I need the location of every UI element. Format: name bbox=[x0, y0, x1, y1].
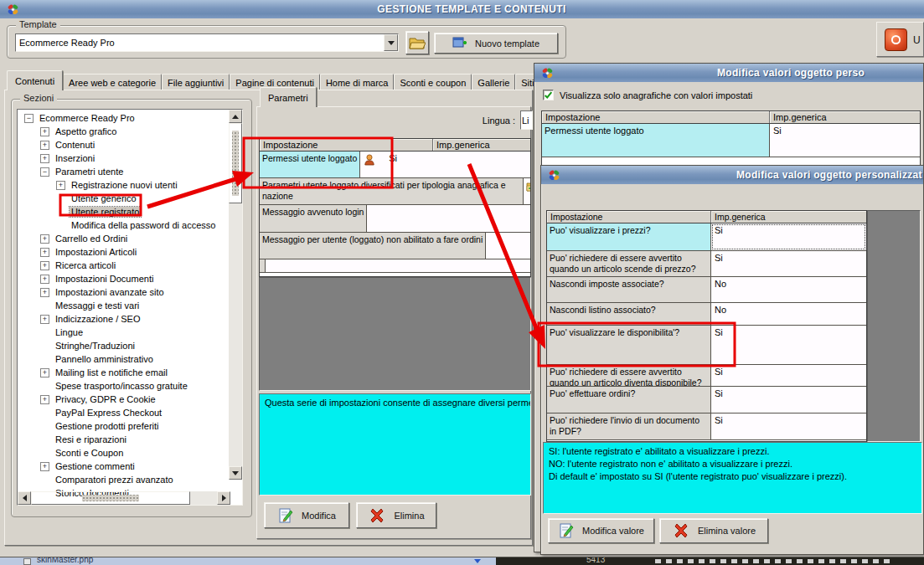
tab-label: Home di marca bbox=[326, 78, 389, 88]
lingua-combobox[interactable]: Li bbox=[520, 110, 533, 130]
exit-button[interactable] bbox=[885, 28, 907, 51]
tree-expander-icon[interactable]: + bbox=[40, 368, 49, 378]
tree-expander-icon[interactable]: + bbox=[40, 315, 49, 324]
vscroll-track[interactable] bbox=[229, 203, 242, 466]
combo-dropdown-button[interactable] bbox=[384, 34, 398, 51]
permission-value: Si bbox=[711, 413, 866, 439]
hscroll-track[interactable] bbox=[190, 491, 217, 505]
permission-row[interactable]: Puo' richiedere di essere avvertito quan… bbox=[547, 365, 866, 387]
template-combobox[interactable]: Ecommerce Ready Pro bbox=[15, 33, 399, 52]
tree-vscrollbar[interactable] bbox=[229, 110, 242, 493]
scroll-up-button[interactable] bbox=[229, 110, 242, 123]
scroll-left-button[interactable] bbox=[18, 491, 31, 505]
tree-item[interactable]: Comparatori prezzi avanzato bbox=[18, 473, 242, 486]
permission-row[interactable]: Nascondi listino associato? No bbox=[547, 303, 866, 326]
tree-item[interactable]: Resi e riparazioni bbox=[18, 433, 242, 446]
tree-item[interactable]: Modifica della password di accesso bbox=[18, 218, 242, 232]
tab-parametri[interactable]: Parametri bbox=[260, 87, 317, 107]
tree-item[interactable]: Messaggi e testi vari bbox=[18, 299, 242, 312]
permission-row[interactable]: Puo' effettuare ordini? Si bbox=[547, 387, 866, 413]
tree-item[interactable]: Pannello amministrativo bbox=[18, 352, 242, 366]
permission-row[interactable]: Permessi utente loggato Si bbox=[542, 124, 920, 157]
tree-item[interactable]: + Registrazione nuovi utenti bbox=[18, 178, 242, 192]
elimina-button[interactable]: Elimina bbox=[356, 502, 436, 528]
exit-label: U bbox=[913, 34, 921, 46]
tab-gallerie[interactable]: Gallerie bbox=[472, 74, 515, 90]
tree-expander-icon[interactable]: + bbox=[40, 288, 49, 297]
new-template-icon bbox=[452, 37, 467, 50]
parameter-row[interactable]: Parametri utente loggato diversificati p… bbox=[260, 178, 530, 205]
tree-expander-icon[interactable]: + bbox=[56, 181, 65, 190]
tab-file-aggiuntivi[interactable]: File aggiuntivi bbox=[162, 74, 230, 90]
permission-row[interactable]: Nascondi imposte associate? No bbox=[547, 277, 866, 303]
tree-item[interactable]: Utente generico bbox=[18, 192, 242, 205]
tree-hscrollbar[interactable] bbox=[18, 491, 230, 505]
tree-expander-icon[interactable]: + bbox=[40, 141, 49, 150]
col-header-impostazione: Impostazione bbox=[260, 139, 433, 151]
tab-contenuti[interactable]: Contenuti bbox=[7, 70, 63, 90]
tree-item[interactable]: + Contenuti bbox=[18, 138, 242, 152]
tree-expander-icon[interactable]: + bbox=[40, 275, 49, 284]
tree-item[interactable]: + Indicizzazione / SEO bbox=[18, 312, 242, 326]
hscroll-thumb[interactable] bbox=[31, 491, 190, 505]
vscroll-thumb[interactable] bbox=[229, 123, 242, 203]
tree-expander-icon[interactable]: + bbox=[40, 462, 49, 471]
modifica-valore-button[interactable]: Modifica valore bbox=[548, 518, 654, 543]
tree-item-label: Indicizzazione / SEO bbox=[54, 314, 142, 324]
parameter-row[interactable]: Messaggio avvenuto login bbox=[260, 205, 530, 233]
tree-expander-icon[interactable]: + bbox=[40, 395, 49, 404]
tree-item[interactable]: + Impostazioni avanzate sito bbox=[18, 285, 242, 299]
tree-expander-icon[interactable]: − bbox=[24, 114, 34, 123]
tree-item[interactable]: Utente registrato bbox=[18, 205, 242, 218]
permission-row[interactable]: Puo' richiedere l'invio di un documento … bbox=[547, 413, 866, 440]
lingua-label: Lingua : bbox=[463, 116, 515, 126]
tree-item[interactable]: − Ecommerce Ready Pro bbox=[18, 111, 242, 125]
tree-item[interactable]: + Aspetto grafico bbox=[18, 125, 242, 138]
tree-item[interactable]: Spese trasporto/incasso gratuite bbox=[18, 379, 242, 393]
tree-item[interactable]: Gestione prodotti preferiti bbox=[18, 419, 242, 433]
tree-item[interactable]: + Ricerca articoli bbox=[18, 259, 242, 272]
tree-item[interactable]: PayPal Express Checkout bbox=[18, 406, 242, 419]
tab-sconti-e-coupon[interactable]: Sconti e coupon bbox=[394, 74, 472, 90]
tree-expander-icon[interactable]: + bbox=[40, 154, 49, 163]
scroll-down-button[interactable] bbox=[229, 466, 242, 480]
dialog2-titlebar: Modifica valori oggetto personalizzat bbox=[541, 166, 923, 184]
tree-item[interactable]: + Inserzioni bbox=[18, 152, 242, 165]
tree-item[interactable]: Stringhe/Traduzioni bbox=[18, 339, 242, 352]
tree-item-label: Sconti e Coupon bbox=[54, 448, 125, 458]
parameter-row[interactable] bbox=[260, 259, 530, 273]
tree-expander-icon[interactable]: + bbox=[40, 127, 49, 136]
tree-expander-icon[interactable]: + bbox=[40, 248, 49, 257]
new-template-button[interactable]: Nuovo template bbox=[434, 33, 558, 54]
anagrafiche-checkbox[interactable] bbox=[543, 90, 554, 100]
tree-item[interactable]: + Impostazioni Documenti bbox=[18, 272, 242, 285]
tab-home-di-marca[interactable]: Home di marca bbox=[320, 74, 395, 90]
tree-item[interactable]: + Impostazioni Articoli bbox=[18, 245, 242, 259]
modifica-button[interactable]: Modifica bbox=[264, 502, 349, 528]
tree-item[interactable]: Lingue bbox=[18, 326, 242, 339]
tree-item[interactable]: Sconti e Coupon bbox=[18, 446, 242, 460]
tree-item[interactable]: − Parametri utente bbox=[18, 165, 242, 178]
tab-aree-web-e-categorie[interactable]: Aree web e categorie bbox=[63, 74, 162, 90]
tree-item[interactable]: + Privacy, GDPR e Cookie bbox=[18, 393, 242, 406]
tree-item[interactable]: + Gestione commenti bbox=[18, 460, 242, 473]
parameter-row[interactable]: Messaggio per utente (loggato) non abili… bbox=[260, 233, 530, 259]
folder-open-icon bbox=[409, 35, 426, 50]
edit-pencil-icon bbox=[277, 507, 294, 524]
tree-item-label: Carrello ed Ordini bbox=[54, 234, 129, 244]
permission-row[interactable]: Puo' visualizzare le disponibilita'? Si bbox=[547, 326, 866, 365]
parameter-row[interactable]: Permessi utente loggato Si bbox=[260, 152, 530, 178]
tree-item[interactable]: + Mailing list e notifiche email bbox=[18, 366, 242, 379]
background-number: 5413 bbox=[586, 557, 605, 564]
tree-item[interactable]: + Carrello ed Ordini bbox=[18, 232, 242, 245]
tree-expander-icon[interactable]: + bbox=[40, 261, 49, 270]
tree-expander-icon[interactable]: − bbox=[40, 167, 49, 177]
elimina-valore-button[interactable]: Elimina valore bbox=[659, 518, 768, 543]
scroll-right-button[interactable] bbox=[217, 491, 230, 505]
permission-row[interactable]: Puo' richiedere di essere avvertito quan… bbox=[547, 251, 866, 277]
tree-item-label: Gestione commenti bbox=[54, 461, 137, 471]
tree-expander-icon[interactable]: + bbox=[40, 234, 49, 244]
open-folder-button[interactable] bbox=[405, 31, 429, 54]
permission-setting: Puo' effettuare ordini? bbox=[547, 387, 711, 413]
permission-row[interactable]: Puo' visualizzare i prezzi? Si bbox=[547, 223, 866, 251]
